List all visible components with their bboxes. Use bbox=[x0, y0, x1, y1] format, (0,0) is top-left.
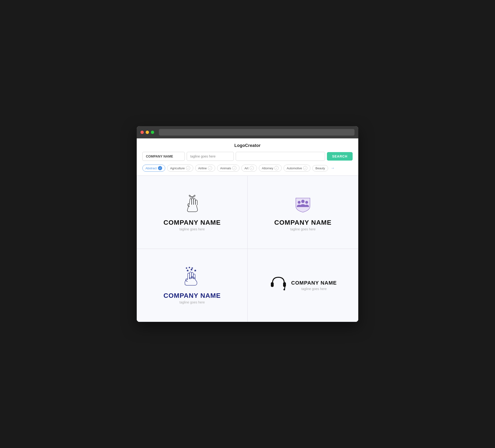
logo-card-1-name: COMPANY NAME bbox=[164, 219, 221, 226]
logo-icon-hands bbox=[180, 193, 204, 215]
logo-card-1-tagline: tagline goes here bbox=[179, 227, 205, 231]
filter-abstract-label: Abstract bbox=[145, 167, 157, 170]
svg-text:★: ★ bbox=[194, 268, 197, 272]
filter-automotive-check: ✓ bbox=[303, 166, 307, 170]
svg-point-10 bbox=[189, 277, 191, 279]
filter-airline[interactable]: Airline ✓ bbox=[195, 165, 215, 172]
logo-card-4-row: COMPANY NAME tagline goes here bbox=[269, 274, 337, 297]
filter-animals-check: ✓ bbox=[232, 166, 236, 170]
filter-next-arrow[interactable]: → bbox=[331, 166, 335, 170]
logo-card-3-tagline: tagline goes here bbox=[179, 300, 205, 304]
tagline-input[interactable] bbox=[187, 152, 234, 161]
logo-card-2-name: COMPANY NAME bbox=[274, 219, 332, 226]
filter-art[interactable]: Art ✓ bbox=[241, 165, 257, 172]
extra-search-input[interactable] bbox=[236, 152, 325, 161]
svg-point-12 bbox=[193, 277, 195, 279]
svg-text:★: ★ bbox=[190, 268, 193, 271]
logo-card-4-name: COMPANY NAME bbox=[291, 280, 337, 286]
filter-art-label: Art bbox=[245, 167, 248, 170]
svg-point-2 bbox=[301, 200, 304, 203]
filter-animals[interactable]: Animals ✓ bbox=[217, 165, 239, 172]
filter-animals-label: Animals bbox=[220, 167, 231, 170]
app-content: LogoCreator SEARCH Abstract ✓ Agricultur… bbox=[137, 139, 358, 322]
svg-point-11 bbox=[191, 276, 193, 279]
svg-point-0 bbox=[192, 196, 192, 197]
browser-window: LogoCreator SEARCH Abstract ✓ Agricultur… bbox=[137, 126, 358, 322]
logo-card-3-name: COMPANY NAME bbox=[164, 292, 221, 299]
logo-card-4[interactable]: COMPANY NAME tagline goes here bbox=[248, 249, 358, 322]
filter-attorney[interactable]: Attorney ✓ bbox=[259, 165, 282, 172]
logo-card-1[interactable]: COMPANY NAME tagline goes here bbox=[137, 176, 248, 249]
logo-icon-shield-group bbox=[291, 193, 315, 215]
close-dot[interactable] bbox=[140, 131, 144, 134]
filter-beauty[interactable]: Beauty bbox=[312, 165, 328, 171]
filter-abstract[interactable]: Abstract ✓ bbox=[142, 165, 165, 172]
filter-airline-check: ✓ bbox=[208, 166, 212, 170]
logo-icon-headset bbox=[269, 274, 288, 294]
filter-bar: Abstract ✓ Agriculture ✓ Airline ✓ Anima… bbox=[137, 165, 358, 175]
maximize-dot[interactable] bbox=[151, 131, 154, 134]
filter-airline-label: Airline bbox=[198, 167, 207, 170]
filter-agriculture-label: Agriculture bbox=[170, 167, 185, 170]
svg-text:★: ★ bbox=[186, 268, 189, 272]
logo-card-2-tagline: tagline goes here bbox=[290, 227, 315, 231]
filter-abstract-check: ✓ bbox=[158, 166, 162, 170]
svg-point-1 bbox=[298, 201, 301, 204]
url-bar[interactable] bbox=[159, 129, 355, 136]
filter-attorney-check: ✓ bbox=[274, 166, 279, 170]
browser-titlebar bbox=[137, 126, 358, 139]
company-name-input[interactable] bbox=[142, 152, 185, 161]
filter-beauty-label: Beauty bbox=[315, 167, 325, 170]
svg-point-15 bbox=[284, 289, 285, 291]
search-button[interactable]: SEARCH bbox=[327, 152, 353, 161]
filter-agriculture[interactable]: Agriculture ✓ bbox=[167, 165, 193, 172]
logo-card-2[interactable]: COMPANY NAME tagline goes here bbox=[248, 176, 358, 249]
logo-icon-stars-hand: ★ ★ ★ bbox=[179, 266, 205, 289]
logo-card-4-text: COMPANY NAME tagline goes here bbox=[291, 280, 337, 291]
svg-rect-13 bbox=[271, 282, 274, 287]
filter-attorney-label: Attorney bbox=[262, 167, 273, 170]
logo-card-3[interactable]: ★ ★ ★ COMPANY NAME tagline goes here bbox=[137, 249, 248, 322]
logo-card-4-tagline: tagline goes here bbox=[291, 287, 337, 291]
filter-agriculture-check: ✓ bbox=[186, 166, 190, 170]
filter-art-check: ✓ bbox=[250, 166, 254, 170]
svg-point-3 bbox=[305, 201, 308, 204]
search-bar: SEARCH bbox=[137, 152, 358, 165]
app-title: LogoCreator bbox=[137, 139, 358, 152]
filter-automotive-label: Automotive bbox=[287, 167, 302, 170]
filter-automotive[interactable]: Automotive ✓ bbox=[284, 165, 310, 172]
minimize-dot[interactable] bbox=[146, 131, 149, 134]
logo-grid: COMPANY NAME tagline goes here bbox=[137, 175, 358, 322]
